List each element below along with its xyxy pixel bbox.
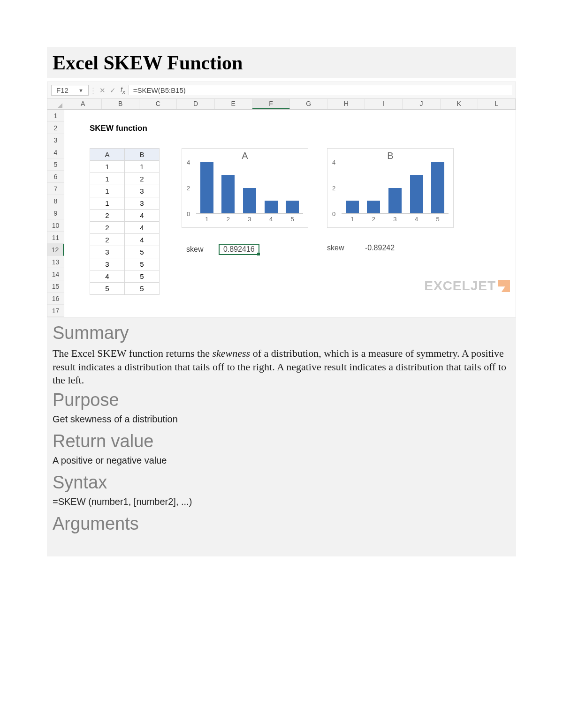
row-header-14[interactable]: 14 <box>47 268 64 280</box>
name-box[interactable]: F12 ▼ <box>51 85 89 96</box>
col-header-B[interactable]: B <box>102 99 139 109</box>
table-cell[interactable]: 5 <box>125 283 160 295</box>
table-cell[interactable]: 1 <box>90 197 125 210</box>
select-all-corner[interactable] <box>47 99 64 109</box>
table-cell[interactable]: 4 <box>125 210 160 222</box>
col-header-D[interactable]: D <box>177 99 214 109</box>
purpose-heading: Purpose <box>53 390 510 410</box>
x-tick: 1 <box>350 216 354 223</box>
formula-bar[interactable]: =SKEW(B5:B15) <box>128 85 512 95</box>
row-header-1[interactable]: 1 <box>47 110 64 122</box>
row-header-5[interactable]: 5 <box>47 158 64 171</box>
table-cell[interactable]: 4 <box>125 234 160 246</box>
bar <box>265 201 278 213</box>
row-header-8[interactable]: 8 <box>47 195 64 207</box>
x-tick: 3 <box>393 216 396 223</box>
cells-area[interactable]: SKEW function AB 1112131324242435354555 … <box>64 110 516 317</box>
x-tick: 4 <box>415 216 418 223</box>
col-header-I[interactable]: I <box>365 99 403 109</box>
skew-result-a: skew 0.892416 <box>186 244 259 255</box>
table-cell[interactable]: 3 <box>125 197 160 210</box>
row-header-16[interactable]: 16 <box>47 293 64 305</box>
col-header-G[interactable]: G <box>290 99 327 109</box>
data-table: AB 1112131324242435354555 <box>90 148 160 295</box>
bar <box>221 175 235 213</box>
document-body: Summary The Excel SKEW function returns … <box>47 317 516 556</box>
bar <box>410 175 423 213</box>
row-header-13[interactable]: 13 <box>47 256 64 268</box>
col-header-J[interactable]: J <box>403 99 440 109</box>
table-row: 35 <box>90 246 160 258</box>
dropdown-icon[interactable]: ▼ <box>78 88 84 93</box>
table-cell[interactable]: 2 <box>90 210 125 222</box>
table-cell[interactable]: 5 <box>90 283 125 295</box>
table-cell[interactable]: 4 <box>90 270 125 283</box>
row-header-10[interactable]: 10 <box>47 219 64 232</box>
y-tick: 0 <box>332 210 335 218</box>
purpose-text: Get skewness of a distribution <box>53 414 510 425</box>
table-cell[interactable]: 5 <box>125 246 160 258</box>
table-cell[interactable]: 1 <box>125 161 160 173</box>
col-header-A[interactable]: A <box>64 99 102 109</box>
return-value-text: A positive or negative value <box>53 455 510 466</box>
bar <box>346 201 359 213</box>
cancel-icon[interactable]: ✕ <box>97 86 107 95</box>
table-cell[interactable]: 2 <box>90 222 125 234</box>
summary-heading: Summary <box>53 323 510 343</box>
table-row: 12 <box>90 173 160 185</box>
row-header-12[interactable]: 12 <box>47 244 64 256</box>
table-cell[interactable]: 2 <box>125 173 160 185</box>
table-cell[interactable]: 3 <box>125 185 160 197</box>
watermark: EXCELJET <box>424 278 510 293</box>
skew-result-b: skew -0.89242 <box>327 244 395 252</box>
selected-cell[interactable]: 0.892416 <box>219 244 259 255</box>
row-header-15[interactable]: 15 <box>47 280 64 293</box>
table-cell[interactable]: 5 <box>125 258 160 270</box>
col-header-K[interactable]: K <box>441 99 478 109</box>
y-tick: 4 <box>332 159 335 166</box>
title-block: Excel SKEW Function <box>47 47 516 78</box>
row-header-9[interactable]: 9 <box>47 207 64 219</box>
x-tick: 5 <box>291 216 294 223</box>
table-cell[interactable]: 5 <box>125 270 160 283</box>
skew-word: skew <box>327 244 344 252</box>
row-header-4[interactable]: 4 <box>47 146 64 158</box>
table-cell[interactable]: 1 <box>90 173 125 185</box>
bar <box>243 188 256 214</box>
formula-bar-row: F12 ▼ ⋮ ✕ ✓ fx =SKEW(B5:B15) <box>47 82 516 99</box>
separator-icon: ⋮ <box>89 86 97 95</box>
col-header-F[interactable]: F <box>252 99 290 109</box>
table-cell[interactable]: 3 <box>90 258 125 270</box>
fx-icon[interactable]: fx <box>121 86 125 95</box>
y-tick: 2 <box>332 185 335 192</box>
col-header-C[interactable]: C <box>139 99 177 109</box>
bar <box>431 162 444 213</box>
row-header-2[interactable]: 2 <box>47 122 64 134</box>
col-header-H[interactable]: H <box>327 99 365 109</box>
table-cell[interactable]: 1 <box>90 161 125 173</box>
chart-a-title: A <box>182 150 308 161</box>
summary-text-pre: The Excel SKEW function returns the <box>53 347 213 359</box>
syntax-heading: Syntax <box>53 473 510 493</box>
row-header-3[interactable]: 3 <box>47 134 64 146</box>
table-cell[interactable]: 3 <box>90 246 125 258</box>
row-header-6[interactable]: 6 <box>47 171 64 183</box>
col-header-L[interactable]: L <box>478 99 516 109</box>
row-header-11[interactable]: 11 <box>47 232 64 244</box>
table-row: 11 <box>90 161 160 173</box>
y-tick: 4 <box>187 159 190 166</box>
page-title: Excel SKEW Function <box>53 52 510 74</box>
row-header-7[interactable]: 7 <box>47 183 64 195</box>
col-header-E[interactable]: E <box>215 99 252 109</box>
confirm-icon[interactable]: ✓ <box>107 86 118 95</box>
table-cell[interactable]: 4 <box>125 222 160 234</box>
table-cell[interactable]: 1 <box>90 185 125 197</box>
skew-word: skew <box>186 245 203 253</box>
x-tick: 1 <box>205 216 208 223</box>
excel-screenshot: F12 ▼ ⋮ ✕ ✓ fx =SKEW(B5:B15) ABCDEFGHIJK… <box>47 82 516 317</box>
row-header-17[interactable]: 17 <box>47 305 64 317</box>
table-row: 24 <box>90 210 160 222</box>
table-cell[interactable]: 2 <box>90 234 125 246</box>
x-tick: 5 <box>436 216 440 223</box>
table-header: A <box>90 149 125 161</box>
